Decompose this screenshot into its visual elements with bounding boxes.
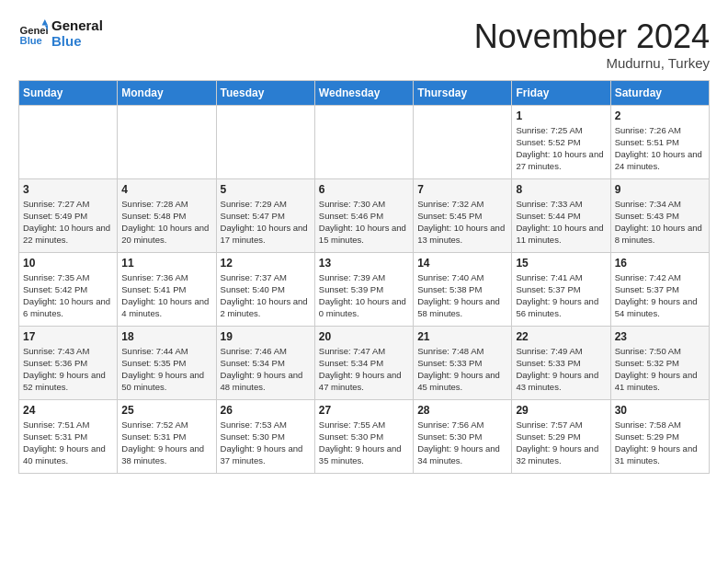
day-cell: 17Sunrise: 7:43 AM Sunset: 5:36 PM Dayli… (19, 326, 118, 399)
day-number: 18 (121, 330, 211, 343)
week-row-4: 17Sunrise: 7:43 AM Sunset: 5:36 PM Dayli… (19, 326, 710, 399)
day-info: Sunrise: 7:44 AM Sunset: 5:35 PM Dayligh… (121, 345, 211, 394)
day-cell: 11Sunrise: 7:36 AM Sunset: 5:41 PM Dayli… (118, 252, 216, 326)
logo-icon: General Blue (18, 19, 48, 49)
day-number: 30 (615, 404, 705, 417)
day-cell: 12Sunrise: 7:37 AM Sunset: 5:40 PM Dayli… (216, 252, 314, 326)
day-number: 14 (417, 257, 507, 270)
day-info: Sunrise: 7:33 AM Sunset: 5:44 PM Dayligh… (516, 198, 606, 247)
day-number: 10 (23, 257, 113, 270)
day-info: Sunrise: 7:30 AM Sunset: 5:46 PM Dayligh… (319, 198, 409, 247)
day-cell (19, 105, 118, 178)
day-cell: 16Sunrise: 7:42 AM Sunset: 5:37 PM Dayli… (610, 252, 709, 326)
svg-marker-2 (42, 19, 48, 25)
day-info: Sunrise: 7:32 AM Sunset: 5:45 PM Dayligh… (417, 198, 507, 247)
day-number: 6 (319, 183, 409, 196)
day-info: Sunrise: 7:48 AM Sunset: 5:33 PM Dayligh… (417, 345, 507, 394)
title-block: November 2024 Mudurnu, Turkey (474, 18, 710, 71)
day-number: 5 (221, 183, 311, 196)
day-cell: 21Sunrise: 7:48 AM Sunset: 5:33 PM Dayli… (414, 326, 512, 399)
day-cell: 7Sunrise: 7:32 AM Sunset: 5:45 PM Daylig… (414, 178, 512, 252)
day-cell: 6Sunrise: 7:30 AM Sunset: 5:46 PM Daylig… (314, 178, 413, 252)
day-info: Sunrise: 7:47 AM Sunset: 5:34 PM Dayligh… (319, 345, 409, 394)
weekday-friday: Friday (512, 80, 610, 105)
day-cell: 2Sunrise: 7:26 AM Sunset: 5:51 PM Daylig… (610, 105, 709, 178)
day-info: Sunrise: 7:58 AM Sunset: 5:29 PM Dayligh… (615, 419, 705, 467)
day-number: 25 (121, 404, 211, 417)
day-number: 3 (23, 183, 113, 196)
day-cell (118, 105, 216, 178)
day-cell: 14Sunrise: 7:40 AM Sunset: 5:38 PM Dayli… (414, 252, 512, 326)
day-number: 12 (221, 257, 311, 270)
day-cell: 13Sunrise: 7:39 AM Sunset: 5:39 PM Dayli… (314, 252, 413, 326)
day-cell: 18Sunrise: 7:44 AM Sunset: 5:35 PM Dayli… (118, 326, 216, 399)
day-cell: 26Sunrise: 7:53 AM Sunset: 5:30 PM Dayli… (216, 399, 314, 473)
week-row-1: 1Sunrise: 7:25 AM Sunset: 5:52 PM Daylig… (19, 105, 710, 178)
day-info: Sunrise: 7:39 AM Sunset: 5:39 PM Dayligh… (319, 271, 409, 320)
day-number: 27 (319, 404, 409, 417)
week-row-5: 24Sunrise: 7:51 AM Sunset: 5:31 PM Dayli… (19, 399, 710, 473)
svg-text:Blue: Blue (20, 35, 42, 46)
day-info: Sunrise: 7:51 AM Sunset: 5:31 PM Dayligh… (23, 419, 113, 467)
day-number: 15 (516, 257, 606, 270)
day-number: 7 (417, 183, 507, 196)
day-info: Sunrise: 7:52 AM Sunset: 5:31 PM Dayligh… (121, 419, 211, 467)
weekday-thursday: Thursday (414, 80, 512, 105)
day-number: 9 (615, 183, 705, 196)
day-number: 2 (615, 109, 705, 122)
day-cell: 4Sunrise: 7:28 AM Sunset: 5:48 PM Daylig… (118, 178, 216, 252)
day-cell: 9Sunrise: 7:34 AM Sunset: 5:43 PM Daylig… (610, 178, 709, 252)
day-cell: 22Sunrise: 7:49 AM Sunset: 5:33 PM Dayli… (512, 326, 610, 399)
day-info: Sunrise: 7:46 AM Sunset: 5:34 PM Dayligh… (221, 345, 311, 394)
day-number: 21 (417, 330, 507, 343)
weekday-header: SundayMondayTuesdayWednesdayThursdayFrid… (19, 80, 710, 105)
day-cell: 5Sunrise: 7:29 AM Sunset: 5:47 PM Daylig… (216, 178, 314, 252)
day-cell (414, 105, 512, 178)
day-info: Sunrise: 7:40 AM Sunset: 5:38 PM Dayligh… (417, 271, 507, 320)
logo: General Blue General Blue (18, 18, 103, 49)
day-info: Sunrise: 7:50 AM Sunset: 5:32 PM Dayligh… (615, 345, 705, 394)
week-row-3: 10Sunrise: 7:35 AM Sunset: 5:42 PM Dayli… (19, 252, 710, 326)
day-number: 8 (516, 183, 606, 196)
day-number: 26 (221, 404, 311, 417)
day-number: 24 (23, 404, 113, 417)
svg-text:General: General (20, 25, 48, 36)
day-info: Sunrise: 7:57 AM Sunset: 5:29 PM Dayligh… (516, 419, 606, 467)
day-info: Sunrise: 7:43 AM Sunset: 5:36 PM Dayligh… (23, 345, 113, 394)
day-number: 28 (417, 404, 507, 417)
day-cell: 8Sunrise: 7:33 AM Sunset: 5:44 PM Daylig… (512, 178, 610, 252)
day-number: 13 (319, 257, 409, 270)
day-cell (314, 105, 413, 178)
day-info: Sunrise: 7:56 AM Sunset: 5:30 PM Dayligh… (417, 419, 507, 467)
month-title: November 2024 (474, 18, 710, 55)
day-number: 29 (516, 404, 606, 417)
day-cell: 10Sunrise: 7:35 AM Sunset: 5:42 PM Dayli… (19, 252, 118, 326)
day-number: 11 (121, 257, 211, 270)
day-cell: 1Sunrise: 7:25 AM Sunset: 5:52 PM Daylig… (512, 105, 610, 178)
week-row-2: 3Sunrise: 7:27 AM Sunset: 5:49 PM Daylig… (19, 178, 710, 252)
location: Mudurnu, Turkey (474, 55, 710, 71)
day-number: 23 (615, 330, 705, 343)
calendar-table: SundayMondayTuesdayWednesdayThursdayFrid… (18, 80, 710, 474)
day-info: Sunrise: 7:26 AM Sunset: 5:51 PM Dayligh… (615, 124, 705, 173)
day-cell: 24Sunrise: 7:51 AM Sunset: 5:31 PM Dayli… (19, 399, 118, 473)
page-header: General Blue General Blue November 2024 … (18, 18, 710, 71)
day-cell: 25Sunrise: 7:52 AM Sunset: 5:31 PM Dayli… (118, 399, 216, 473)
day-info: Sunrise: 7:34 AM Sunset: 5:43 PM Dayligh… (615, 198, 705, 247)
weekday-monday: Monday (118, 80, 216, 105)
day-info: Sunrise: 7:25 AM Sunset: 5:52 PM Dayligh… (516, 124, 606, 173)
day-info: Sunrise: 7:27 AM Sunset: 5:49 PM Dayligh… (23, 198, 113, 247)
day-info: Sunrise: 7:36 AM Sunset: 5:41 PM Dayligh… (121, 271, 211, 320)
day-number: 20 (319, 330, 409, 343)
day-info: Sunrise: 7:53 AM Sunset: 5:30 PM Dayligh… (221, 419, 311, 467)
day-number: 16 (615, 257, 705, 270)
weekday-sunday: Sunday (19, 80, 118, 105)
day-info: Sunrise: 7:28 AM Sunset: 5:48 PM Dayligh… (121, 198, 211, 247)
day-info: Sunrise: 7:42 AM Sunset: 5:37 PM Dayligh… (615, 271, 705, 320)
day-number: 17 (23, 330, 113, 343)
day-number: 22 (516, 330, 606, 343)
day-number: 1 (516, 109, 606, 122)
day-cell: 29Sunrise: 7:57 AM Sunset: 5:29 PM Dayli… (512, 399, 610, 473)
day-cell: 30Sunrise: 7:58 AM Sunset: 5:29 PM Dayli… (610, 399, 709, 473)
day-info: Sunrise: 7:37 AM Sunset: 5:40 PM Dayligh… (221, 271, 311, 320)
